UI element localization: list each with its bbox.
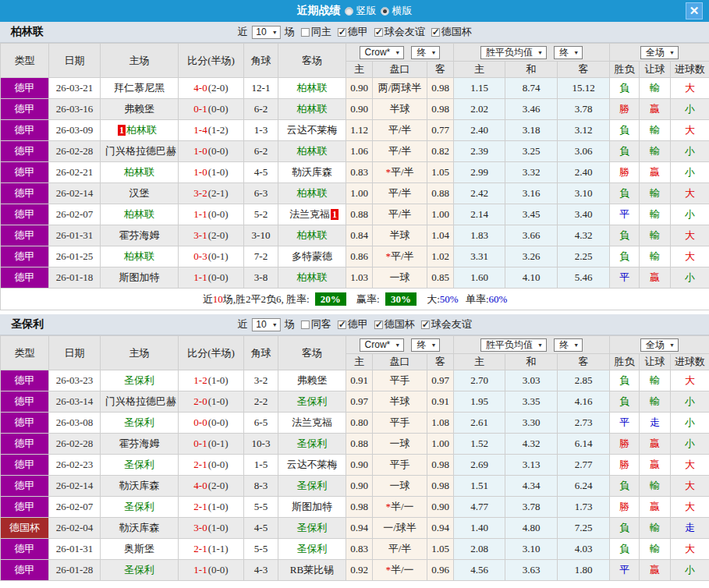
col-euro-home: 主 bbox=[454, 354, 505, 370]
euro-draw-odds: 3.26 bbox=[505, 246, 558, 267]
away-team-name: 斯图加特 bbox=[292, 501, 332, 512]
asian-home-odds: 1.12 bbox=[346, 120, 373, 141]
away-team: 圣保利 bbox=[278, 518, 346, 539]
match-type: 德甲 bbox=[1, 539, 49, 560]
checkbox-icon bbox=[374, 28, 383, 37]
away-team: 法兰克福 bbox=[278, 413, 346, 434]
euro-odds-select[interactable]: 胜平负均值▼ bbox=[480, 338, 547, 352]
col-handicap-result: 让球 bbox=[640, 354, 671, 370]
league-checkbox[interactable]: 德国杯 bbox=[431, 25, 472, 39]
home-team-name: 弗赖堡 bbox=[124, 103, 154, 115]
same-venue-checkbox[interactable]: 同主 bbox=[301, 25, 331, 39]
home-team: 霍芬海姆 bbox=[101, 225, 179, 246]
asian-away-odds: 0.91 bbox=[427, 391, 454, 413]
handicap-cell: *平/半 bbox=[373, 120, 427, 141]
away-team-name: 多特蒙德 bbox=[292, 250, 332, 262]
bookmaker-select[interactable]: Crow*▼ bbox=[360, 46, 405, 59]
result-wdl: 負 bbox=[610, 141, 640, 162]
fulltime-score: 0-3 bbox=[193, 250, 207, 262]
handicap-value: 一/球半 bbox=[383, 522, 417, 533]
asian-home-odds: 0.90 bbox=[346, 476, 373, 497]
checkbox-icon bbox=[338, 321, 346, 329]
score-cell: 0-1(0-0) bbox=[179, 99, 244, 120]
euro-home-odds: 2.42 bbox=[454, 183, 505, 204]
layout-radio-vertical[interactable]: 竖版 bbox=[345, 4, 377, 18]
single-rate-value: 60% bbox=[489, 293, 508, 305]
radio-icon[interactable] bbox=[381, 7, 389, 16]
handicap-cell: *平/半 bbox=[373, 183, 427, 204]
match-count-select[interactable]: 10▼ bbox=[251, 26, 280, 39]
layout-radio-horizontal[interactable]: 横版 bbox=[381, 4, 413, 18]
match-date: 26-03-08 bbox=[49, 413, 101, 434]
corner-score: 6-5 bbox=[244, 413, 278, 434]
match-count-select[interactable]: 10▼ bbox=[251, 318, 280, 331]
result-handicap: 輸 bbox=[640, 120, 671, 141]
checkbox-icon bbox=[301, 28, 310, 37]
same-venue-checkbox[interactable]: 同客 bbox=[301, 317, 331, 331]
chevron-down-icon: ▼ bbox=[395, 50, 400, 55]
result-wdl: 勝 bbox=[610, 162, 640, 183]
match-date: 26-01-31 bbox=[49, 539, 101, 560]
league-checkbox[interactable]: 球会友谊 bbox=[421, 317, 472, 331]
euro-home-odds: 2.99 bbox=[454, 162, 505, 183]
asian-home-odds: 0.98 bbox=[346, 497, 373, 518]
bookmaker-select[interactable]: Crow*▼ bbox=[360, 338, 405, 352]
home-team: 柏林联 bbox=[101, 204, 179, 225]
result-handicap: 輸 bbox=[640, 225, 671, 246]
fulltime-score: 2-1 bbox=[193, 459, 207, 470]
asian-away-odds: 0.85 bbox=[427, 267, 454, 289]
odds-time-select[interactable]: 终▼ bbox=[411, 338, 440, 352]
corner-score: 8-3 bbox=[244, 476, 278, 497]
league-checkbox[interactable]: 德甲 bbox=[338, 317, 368, 331]
home-team-name: 拜仁慕尼黑 bbox=[114, 82, 165, 94]
asian-home-odds: 0.94 bbox=[346, 518, 373, 539]
result-overunder: 小 bbox=[671, 141, 709, 162]
euro-odds-select[interactable]: 胜平负均值▼ bbox=[480, 46, 547, 59]
score-cell: 1-1(0-0) bbox=[179, 267, 244, 289]
corner-score: 10-3 bbox=[244, 434, 278, 455]
away-team: 云达不莱梅 bbox=[278, 120, 346, 141]
asian-away-odds: 1.05 bbox=[427, 539, 454, 560]
handicap-cell: *平/半 bbox=[373, 141, 427, 162]
score-cell: 2-1(1-1) bbox=[179, 539, 244, 560]
away-team: 柏林联 bbox=[278, 225, 346, 246]
home-team: 斯图加特 bbox=[101, 267, 179, 289]
scope-select[interactable]: 全场▼ bbox=[640, 338, 679, 352]
result-handicap: 贏 bbox=[640, 267, 671, 289]
close-icon[interactable]: ✕ bbox=[686, 2, 703, 19]
handicap-value: 半球 bbox=[390, 395, 410, 407]
home-team: 圣保利 bbox=[101, 413, 179, 434]
home-team: 圣保利 bbox=[101, 370, 179, 391]
euro-time-select[interactable]: 终▼ bbox=[554, 338, 583, 352]
match-type: 德甲 bbox=[1, 391, 49, 413]
red-card-badge: 1 bbox=[331, 209, 339, 220]
league-checkbox[interactable]: 德甲 bbox=[338, 25, 368, 39]
away-team-name: 柏林联 bbox=[297, 145, 328, 157]
euro-time-select[interactable]: 终▼ bbox=[554, 46, 583, 59]
handicap-cell: *平/半 bbox=[373, 204, 427, 225]
asian-away-odds: 1.02 bbox=[427, 246, 454, 267]
halftime-score: (1-0) bbox=[208, 374, 229, 386]
match-type: 德国杯 bbox=[1, 518, 49, 539]
checkbox-icon bbox=[431, 28, 440, 37]
result-handicap: 輸 bbox=[640, 183, 671, 204]
games-label: 场 bbox=[285, 25, 295, 39]
halftime-score: (2-0) bbox=[208, 82, 229, 94]
odds-time-select[interactable]: 终▼ bbox=[411, 46, 440, 59]
euro-draw-odds: 3.46 bbox=[505, 99, 558, 120]
table-row: 德甲 26-01-18 斯图加特 1-1(0-0) 3-8 柏林联 1.03 *… bbox=[1, 267, 709, 289]
handicap-value: 一球 bbox=[390, 271, 410, 283]
result-wdl: 勝 bbox=[610, 497, 640, 518]
radio-icon[interactable] bbox=[345, 7, 353, 16]
league-checkbox[interactable]: 德国杯 bbox=[374, 317, 415, 331]
red-card-badge: 1 bbox=[118, 125, 126, 136]
scope-select[interactable]: 全场▼ bbox=[640, 46, 679, 59]
fulltime-score: 4-0 bbox=[193, 82, 207, 94]
euro-home-odds: 2.40 bbox=[454, 120, 505, 141]
league-checkbox[interactable]: 球会友谊 bbox=[374, 25, 425, 39]
halftime-score: (0-1) bbox=[208, 250, 229, 262]
col-home: 主场 bbox=[101, 336, 179, 370]
euro-home-odds: 2.08 bbox=[454, 539, 505, 560]
euro-home-odds: 4.77 bbox=[454, 497, 505, 518]
home-team: 拜仁慕尼黑 bbox=[101, 78, 179, 99]
